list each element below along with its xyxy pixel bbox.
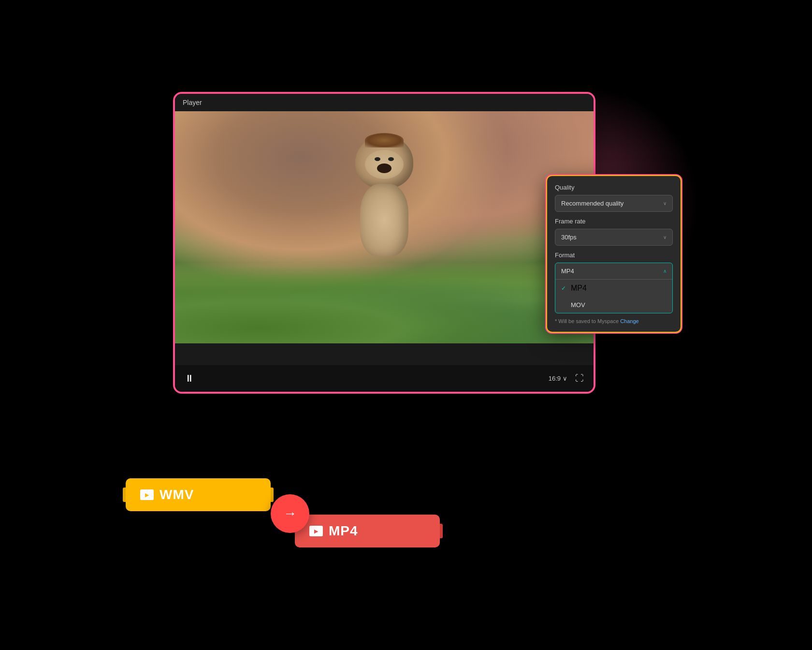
aspect-ratio-button[interactable]: 16:9 ∨ xyxy=(549,375,567,382)
mp4-badge: MP4 xyxy=(295,515,440,547)
monkey-torso xyxy=(360,184,408,256)
format-dropdown-header[interactable]: MP4 ∧ xyxy=(555,263,672,280)
wmv-play-icon xyxy=(140,489,154,500)
format-dropdown: MP4 ∧ ✓ MP4 MOV xyxy=(555,263,673,313)
wmv-handle-left xyxy=(123,488,126,502)
format-chevron-icon: ∧ xyxy=(663,268,667,274)
monkey-eye-left xyxy=(375,157,380,161)
convert-arrow-icon: → xyxy=(283,506,297,521)
quality-chevron-icon xyxy=(663,201,667,206)
quality-label: Quality xyxy=(555,184,673,191)
monkey-eye-right xyxy=(388,157,394,161)
save-note: * Will be saved to Myspace Change xyxy=(555,318,673,324)
aspect-ratio-label: 16:9 xyxy=(549,375,561,382)
mp4-handle-right xyxy=(440,524,443,538)
monkey-nose xyxy=(377,163,392,173)
monkey-fur xyxy=(365,133,404,148)
wmv-handle-right xyxy=(271,488,274,502)
fullscreen-button[interactable]: ⛶ xyxy=(575,373,584,384)
quality-value: Recommended quality xyxy=(561,200,624,207)
monkey-face xyxy=(365,150,404,179)
format-option-mov-label: MOV xyxy=(571,301,585,309)
format-option-mov[interactable]: MOV xyxy=(555,297,672,313)
wmv-label: WMV xyxy=(160,487,194,502)
mp4-label: MP4 xyxy=(329,523,358,539)
framerate-select[interactable]: 30fps xyxy=(555,229,673,246)
save-note-text: * Will be saved to Myspace xyxy=(555,318,619,324)
monkey-head xyxy=(355,135,413,189)
format-option-mp4[interactable]: ✓ MP4 xyxy=(555,280,672,297)
change-link[interactable]: Change xyxy=(620,318,639,324)
quality-select[interactable]: Recommended quality xyxy=(555,195,673,212)
mp4-play-icon xyxy=(309,526,323,536)
player-card: Player xyxy=(174,93,594,393)
mp4-check-icon: ✓ xyxy=(561,285,566,292)
wmv-badge: WMV xyxy=(126,478,271,511)
framerate-label: Frame rate xyxy=(555,218,673,225)
aspect-chevron-icon: ∨ xyxy=(563,375,567,382)
framerate-chevron-icon xyxy=(663,235,667,240)
video-content xyxy=(175,111,594,343)
grass-overlay xyxy=(175,266,594,343)
format-option-mp4-label: MP4 xyxy=(571,284,587,293)
convert-arrow-circle: → xyxy=(271,494,309,533)
quality-panel: Quality Recommended quality Frame rate 3… xyxy=(546,175,682,333)
player-video xyxy=(175,111,594,343)
framerate-value: 30fps xyxy=(561,234,577,241)
play-pause-button[interactable]: ⏸ xyxy=(185,373,194,384)
player-title: Player xyxy=(175,94,594,111)
format-label: Format xyxy=(555,251,673,259)
format-value: MP4 xyxy=(561,267,574,275)
